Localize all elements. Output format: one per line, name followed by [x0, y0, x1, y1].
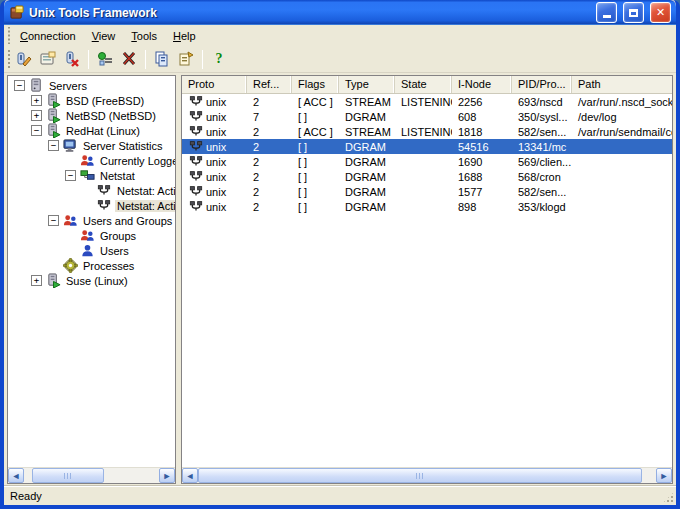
- scroll-left-button[interactable]: ◄: [8, 468, 24, 483]
- minimize-icon: [603, 15, 611, 18]
- edit-connection-button[interactable]: [12, 48, 36, 71]
- export-button[interactable]: [174, 48, 198, 71]
- column-header-state[interactable]: State: [395, 76, 452, 93]
- tree-item-server-statistics[interactable]: −Server Statistics: [8, 138, 175, 153]
- menu-connection[interactable]: Connection: [12, 27, 84, 45]
- tree-item-label: NetBSD (NetBSD): [64, 110, 158, 122]
- column-header-path[interactable]: Path: [572, 76, 672, 93]
- cell-proto: unix: [182, 199, 247, 215]
- table-body: unix2[ ACC ]STREAMLISTENING2256693/nscd/…: [182, 94, 672, 467]
- cell-proto: unix: [182, 109, 247, 125]
- proto-value: unix: [206, 186, 226, 198]
- scroll-left-button[interactable]: ◄: [182, 468, 198, 483]
- connection-properties-button[interactable]: [36, 48, 60, 71]
- cell-ref: 7: [247, 111, 292, 123]
- tree-item-users-and-groups[interactable]: −Users and Groups: [8, 213, 175, 228]
- minimize-button[interactable]: [596, 2, 617, 23]
- table-row[interactable]: unix2[ ]DGRAM1690569/clien...: [182, 154, 672, 169]
- expander-plus-icon[interactable]: +: [31, 110, 42, 121]
- servers-icon: [28, 78, 44, 94]
- tree-horizontal-scrollbar[interactable]: ◄ ►: [8, 467, 175, 483]
- column-header-pid-pro[interactable]: PID/Pro...: [512, 76, 572, 93]
- connect-button[interactable]: [93, 48, 117, 71]
- plug-icon: [188, 109, 204, 125]
- server-tree: −Servers+BSD (FreeBSD)+NetBSD (NetBSD)−R…: [8, 76, 175, 467]
- reports-button[interactable]: [150, 48, 174, 71]
- menubar-gripper-handle[interactable]: [6, 27, 11, 44]
- column-header-proto[interactable]: Proto: [182, 76, 247, 93]
- tree-item-servers[interactable]: −Servers: [8, 78, 175, 93]
- cell-proto: unix: [182, 184, 247, 200]
- expander-minus-icon[interactable]: −: [48, 140, 59, 151]
- toolbar-separator: [202, 50, 203, 69]
- menu-help[interactable]: Help: [165, 27, 204, 45]
- tree-item-bsd-freebsd[interactable]: +BSD (FreeBSD): [8, 93, 175, 108]
- tree-item-redhat-linux[interactable]: −RedHat (Linux): [8, 123, 175, 138]
- tree-item-netstat-activ[interactable]: Netstat: Activ: [8, 198, 175, 213]
- tree-item-label: Processes: [81, 260, 136, 272]
- cell-i-node: 898: [452, 201, 512, 213]
- scrollbar-track[interactable]: [198, 468, 656, 483]
- help-button[interactable]: ?: [207, 48, 231, 71]
- tree-item-currently-logged[interactable]: Currently Logged: [8, 153, 175, 168]
- tree-item-users[interactable]: Users: [8, 243, 175, 258]
- table-row[interactable]: unix2[ ACC ]STREAMLISTENING1818582/sen..…: [182, 124, 672, 139]
- expander-minus-icon[interactable]: −: [14, 80, 25, 91]
- tree-item-suse-linux[interactable]: +Suse (Linux): [8, 273, 175, 288]
- scrollbar-thumb[interactable]: [32, 468, 104, 483]
- cell-type: DGRAM: [339, 171, 395, 183]
- cell-flags: [ ACC ]: [292, 126, 339, 138]
- menu-view[interactable]: View: [84, 27, 124, 45]
- tree-item-netstat-activ[interactable]: Netstat: Activ: [8, 183, 175, 198]
- column-header-ref[interactable]: Ref...: [247, 76, 292, 93]
- scroll-right-button[interactable]: ►: [656, 468, 672, 483]
- proto-value: unix: [206, 96, 226, 108]
- delete-connection-button[interactable]: [60, 48, 84, 71]
- resize-grip-handle[interactable]: [662, 491, 675, 504]
- tree-item-netbsd-netbsd[interactable]: +NetBSD (NetBSD): [8, 108, 175, 123]
- cell-ref: 2: [247, 171, 292, 183]
- menu-tools[interactable]: Tools: [123, 27, 165, 45]
- cell-state: LISTENING: [395, 96, 452, 108]
- cell-proto: unix: [182, 139, 247, 155]
- tree-item-label: Users and Groups: [81, 215, 174, 227]
- table-row[interactable]: unix2[ ]DGRAM1577582/sen...: [182, 184, 672, 199]
- cell-flags: [ ]: [292, 171, 339, 183]
- title-bar[interactable]: Unix Tools Framework ✕: [4, 0, 676, 25]
- column-header-flags[interactable]: Flags: [292, 76, 339, 93]
- cell-i-node: 1688: [452, 171, 512, 183]
- column-header-type[interactable]: Type: [339, 76, 395, 93]
- expander-minus-icon[interactable]: −: [48, 215, 59, 226]
- server-os-icon: [45, 123, 61, 139]
- table-header-row: ProtoRef...FlagsTypeStateI-NodePID/Pro..…: [182, 76, 672, 94]
- scroll-right-button[interactable]: ►: [159, 468, 175, 483]
- table-row[interactable]: unix2[ ]DGRAM1688568/cron: [182, 169, 672, 184]
- disconnect-button[interactable]: [117, 48, 141, 71]
- cell-type: DGRAM: [339, 186, 395, 198]
- tree-item-netstat[interactable]: −Netstat: [8, 168, 175, 183]
- table-row[interactable]: unix2[ ]DGRAM898353/klogd: [182, 199, 672, 214]
- close-button[interactable]: ✕: [650, 2, 671, 23]
- cell-type: STREAM: [339, 96, 395, 108]
- cell-path: /var/run/sendmail/contro: [572, 126, 672, 138]
- table-row[interactable]: unix7[ ]DGRAM608350/sysl.../dev/log: [182, 109, 672, 124]
- table-row[interactable]: unix2[ ]DGRAM5451613341/mc: [182, 139, 672, 154]
- table-row[interactable]: unix2[ ACC ]STREAMLISTENING2256693/nscd/…: [182, 94, 672, 109]
- scrollbar-thumb[interactable]: [198, 468, 642, 483]
- maximize-button[interactable]: [623, 2, 644, 23]
- edit-connection-icon: [16, 51, 32, 67]
- expander-plus-icon[interactable]: +: [31, 95, 42, 106]
- column-header-i-node[interactable]: I-Node: [452, 76, 512, 93]
- tree-item-groups[interactable]: Groups: [8, 228, 175, 243]
- table-horizontal-scrollbar[interactable]: ◄ ►: [182, 467, 672, 483]
- toolbar-separator: [88, 50, 89, 69]
- expander-minus-icon[interactable]: −: [31, 125, 42, 136]
- tree-item-processes[interactable]: Processes: [8, 258, 175, 273]
- toolbar-gripper-handle[interactable]: [6, 48, 11, 70]
- expander-plus-icon[interactable]: +: [31, 275, 42, 286]
- cell-state: LISTENING: [395, 126, 452, 138]
- cell-i-node: 1577: [452, 186, 512, 198]
- scrollbar-track[interactable]: [24, 468, 159, 483]
- computer-icon: [62, 138, 78, 154]
- expander-minus-icon[interactable]: −: [65, 170, 76, 181]
